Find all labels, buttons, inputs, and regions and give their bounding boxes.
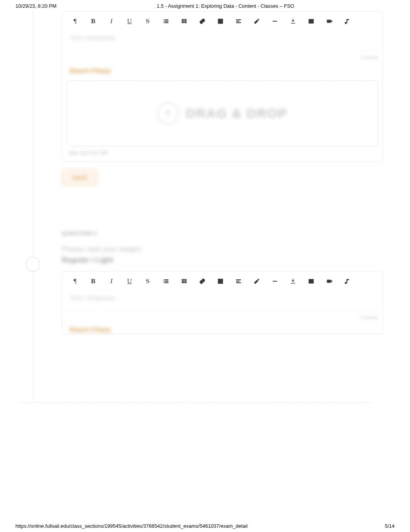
music-icon[interactable] [338,275,356,288]
italic-icon[interactable]: I [102,15,120,28]
bold-icon[interactable]: B [84,15,102,28]
editor-word-count-1: 0 words [62,52,383,63]
underline-icon[interactable]: U [120,275,139,288]
dropzone-text: DRAG & DROP [186,106,288,121]
save-button[interactable]: SAVE [62,169,98,186]
columns-icon[interactable] [175,275,193,288]
highlight-icon[interactable] [247,275,266,288]
upload-icon [157,102,179,124]
align-icon[interactable] [229,275,247,288]
table-icon[interactable] [211,275,229,288]
editor-toolbar-1: ¶ B I U S [62,15,383,30]
editor-toolbar-2: ¶ B I U S [62,275,383,290]
editor-textarea-2[interactable]: Your response... [62,290,383,312]
download-icon[interactable] [284,15,302,28]
print-header: 10/29/23, 8:20 PM 1.5 - Assignment 1: Ex… [0,0,410,10]
image-icon[interactable] [302,15,320,28]
svg-rect-4 [218,279,223,284]
video-icon[interactable] [320,15,338,28]
link-icon[interactable] [193,15,211,28]
question-2-label: QUESTION 2 [62,228,383,238]
download-icon[interactable] [284,275,302,288]
bold-icon[interactable]: B [84,275,102,288]
list-icon[interactable] [157,15,175,28]
image-icon[interactable] [302,275,320,288]
editor-word-count-2: 0 words [62,312,383,323]
print-url: https://online.fullsail.edu/class_sectio… [15,523,247,529]
print-footer: https://online.fullsail.edu/class_sectio… [0,520,410,532]
svg-rect-1 [273,21,277,22]
strike-icon[interactable]: S [139,275,157,288]
response-editor-card-1: ¶ B I U S Your response... 0 words Attac… [62,11,383,161]
underline-icon[interactable]: U [120,15,139,28]
link-icon[interactable] [193,275,211,288]
timeline-rail [27,10,39,401]
svg-rect-0 [218,19,223,24]
pilcrow-icon[interactable]: ¶ [66,15,84,28]
video-icon[interactable] [320,275,338,288]
minus-icon[interactable] [266,275,284,288]
editor-textarea-1[interactable]: Your response... [62,30,383,52]
music-icon[interactable] [338,15,356,28]
list-icon[interactable] [157,275,175,288]
file-dropzone[interactable]: DRAG & DROP [67,80,378,146]
align-icon[interactable] [229,15,247,28]
svg-rect-5 [273,281,277,282]
file-limit-text: Max size 512 MB [62,146,383,161]
page-title: 1.5 - Assignment 1: Exploring Data - Con… [56,3,395,9]
minus-icon[interactable] [266,15,284,28]
question-2-prompt: Please rank your weight: [62,238,383,255]
response-editor-card-2: ¶ B I U S Your response... 0 words Attac… [62,271,383,334]
question-2-sub: Regular / Light [62,255,383,271]
table-icon[interactable] [211,15,229,28]
strike-icon[interactable]: S [139,15,157,28]
attach-header-2: Attach File(s) [62,323,383,334]
print-page-number: 5/14 [385,523,395,529]
attach-header-1: Attach File(s) [62,63,383,77]
columns-icon[interactable] [175,15,193,28]
pilcrow-icon[interactable]: ¶ [66,275,84,288]
highlight-icon[interactable] [247,15,266,28]
question-marker [25,257,40,272]
print-timestamp: 10/29/23, 8:20 PM [15,3,56,9]
italic-icon[interactable]: I [102,275,120,288]
